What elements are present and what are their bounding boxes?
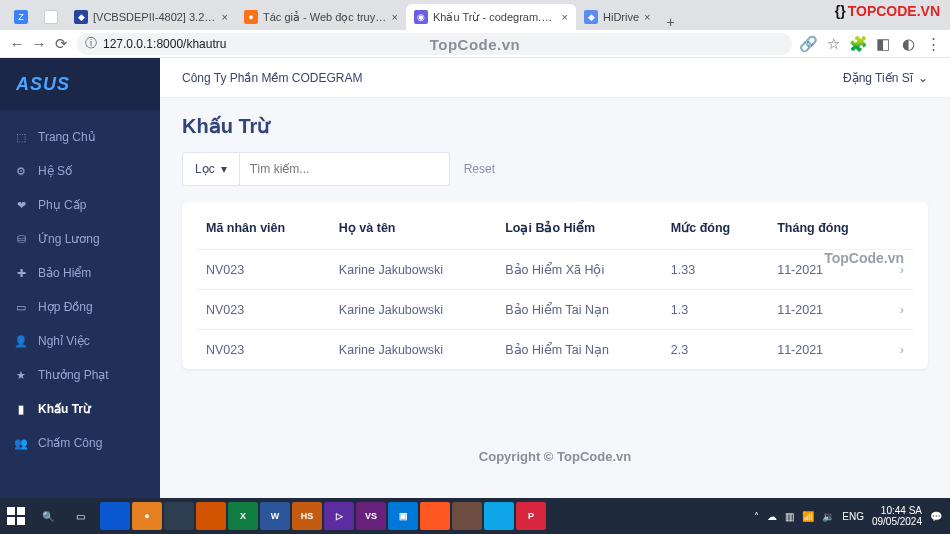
tab-pinned-2[interactable]: ⠿ [36,4,66,30]
cell-loai: Bảo Hiểm Tai Nạn [495,290,661,330]
cell-ten: Karine Jakubowski [329,250,495,290]
caret-down-icon: ▾ [221,162,227,176]
user-icon: 👤 [14,335,28,348]
taskbar-app[interactable]: W [260,502,290,530]
sidebar-item-nghiviec[interactable]: 👤Nghỉ Việc [0,324,160,358]
sidebar-item-label: Chấm Công [38,436,102,450]
sidebar-item-khautru[interactable]: ▮Khấu Trừ [0,392,160,426]
close-icon[interactable]: × [392,11,398,23]
users-icon: 👥 [14,437,28,450]
col-ma: Mã nhân viên [196,208,329,250]
taskbar-app[interactable]: ▷ [324,502,354,530]
tab-title: [VCBSDEPII-4802] 3.2. Xử lý gán… [93,11,217,24]
profile-avatar[interactable]: ◐ [897,33,919,55]
sidebar-item-baohiem[interactable]: ✚Bảo Hiểm [0,256,160,290]
home-icon: ⬚ [14,131,28,144]
sidebar-item-label: Hợp Đồng [38,300,93,314]
bookmark-icon: ▮ [14,403,28,416]
taskbar-app[interactable] [164,502,194,530]
chevron-right-icon[interactable]: › [890,330,914,370]
taskbar: 🔍 ▭ ●XWHS▷VS▣P ˄ ☁ ▥ 📶 🔉 ENG 10:44 SA 09… [0,498,950,534]
taskbar-app[interactable] [484,502,514,530]
user-menu[interactable]: Đặng Tiến Sĩ ⌄ [843,71,928,85]
close-icon[interactable]: × [222,11,228,23]
extension-icon[interactable]: 🧩 [847,33,869,55]
tab-hidrive[interactable]: ◆ HiDrive × [576,4,659,30]
tray-battery-icon[interactable]: ▥ [785,511,794,522]
cell-ten: Karine Jakubowski [329,290,495,330]
col-thang: Tháng đóng [767,208,890,250]
sidebar-item-ungluong[interactable]: ⛁Ứng Lương [0,222,160,256]
tab-pinned-1[interactable]: Z [6,4,36,30]
table-row[interactable]: NV023 Karine Jakubowski Bảo Hiểm Tai Nạn… [196,330,914,370]
taskbar-app[interactable]: ▣ [388,502,418,530]
task-view-button[interactable]: ▭ [64,498,96,534]
taskbar-app[interactable] [100,502,130,530]
taskbar-app[interactable]: P [516,502,546,530]
taskbar-app[interactable]: ● [132,502,162,530]
close-icon[interactable]: × [644,11,650,23]
svg-rect-1 [17,507,25,515]
shield-icon: ✚ [14,267,28,280]
sidebar-item-chamcong[interactable]: 👥Chấm Công [0,426,160,460]
watermark: TopCode.vn [824,250,904,266]
filter-dropdown[interactable]: Lọc ▾ [182,152,240,186]
close-icon[interactable]: × [562,11,568,23]
sidebar-item-heso[interactable]: ⚙Hệ Số [0,154,160,188]
taskbar-app[interactable] [196,502,226,530]
url-box[interactable]: ⓘ 127.0.0.1:8000/khautru [77,33,792,55]
col-ten: Họ và tên [329,208,495,250]
page-title: Khấu Trừ [182,114,928,138]
cell-ten: Karine Jakubowski [329,330,495,370]
gear-icon: ⚙ [14,165,28,178]
tab-tacgia[interactable]: ● Tác giả - Web đọc truyện × [236,4,406,30]
tab-jira[interactable]: ◆ [VCBSDEPII-4802] 3.2. Xử lý gán… × [66,4,236,30]
cell-ma: NV023 [196,250,329,290]
search-button[interactable]: 🔍 [32,498,64,534]
cell-thang: 11-2021 [767,290,890,330]
brand-logo[interactable]: ASUS [0,58,160,110]
table-row[interactable]: NV023 Karine Jakubowski Bảo Hiểm Xã Hội … [196,250,914,290]
tab-khautru[interactable]: ◉ Khấu Trừ - codegram.pro × [406,4,576,30]
cell-loai: Bảo Hiểm Xã Hội [495,250,661,290]
sidebar-item-thuongphat[interactable]: ★Thưởng Phạt [0,358,160,392]
start-button[interactable] [0,498,32,534]
search-input[interactable] [240,152,450,186]
new-tab-button[interactable]: + [659,14,683,30]
forward-button[interactable]: → [28,33,50,55]
tray-cloud-icon[interactable]: ☁ [767,511,777,522]
taskbar-app[interactable]: X [228,502,258,530]
tray-volume-icon[interactable]: 🔉 [822,511,834,522]
tray-notifications-icon[interactable]: 💬 [930,511,942,522]
table-row[interactable]: NV023 Karine Jakubowski Bảo Hiểm Tai Nạn… [196,290,914,330]
address-bar-row: ← → ⟳ ⓘ 127.0.0.1:8000/khautru TopCode.v… [0,30,950,58]
taskbar-app[interactable]: HS [292,502,322,530]
chevron-right-icon[interactable]: › [890,290,914,330]
sidebar-item-hopdong[interactable]: ▭Hợp Đồng [0,290,160,324]
extension-2-icon[interactable]: ◧ [872,33,894,55]
sidebar-item-label: Trang Chủ [38,130,96,144]
favicon: ● [244,10,258,24]
cell-muc: 1.3 [661,290,767,330]
filter-label: Lọc [195,162,215,176]
favicon: ◆ [584,10,598,24]
sidebar-item-phucap[interactable]: ❤Phụ Cấp [0,188,160,222]
reset-button[interactable]: Reset [464,162,495,176]
cell-thang: 11-2021 [767,330,890,370]
topcode-logo: {}TOPCODE.VN [835,3,940,19]
taskbar-app[interactable]: VS [356,502,386,530]
reload-button[interactable]: ⟳ [50,33,72,55]
tray-clock[interactable]: 10:44 SA 09/05/2024 [872,505,922,527]
back-button[interactable]: ← [6,33,28,55]
site-info-icon[interactable]: ⓘ [85,35,97,52]
favicon: Z [14,10,28,24]
tray-wifi-icon[interactable]: 📶 [802,511,814,522]
sidebar-item-home[interactable]: ⬚Trang Chủ [0,120,160,154]
bookmark-icon[interactable]: ☆ [822,33,844,55]
taskbar-app[interactable] [420,502,450,530]
tray-lang[interactable]: ENG [842,511,864,522]
taskbar-app[interactable] [452,502,482,530]
link-icon[interactable]: 🔗 [797,33,819,55]
menu-icon[interactable]: ⋮ [922,33,944,55]
tray-chevron-icon[interactable]: ˄ [754,511,759,522]
